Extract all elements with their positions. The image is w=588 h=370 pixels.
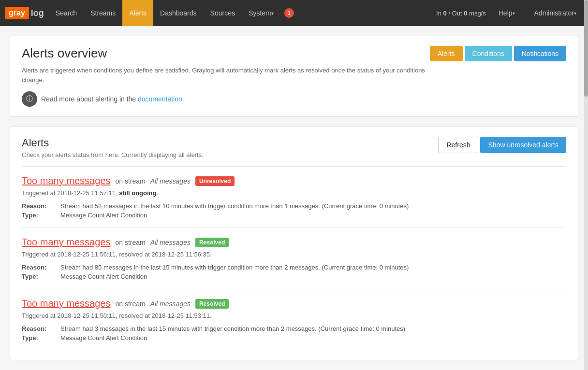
main-content: Alerts overview Alerts are triggered whe… (0, 26, 588, 370)
alert-3-badge: Resolved (195, 299, 229, 309)
alert-item-1: Too many messages on stream All messages… (22, 166, 566, 228)
msg-out-label: Out (452, 10, 462, 17)
alert-1-reason-row: Reason: Stream had 58 messages in the la… (22, 202, 566, 210)
alert-1-reason-label: Reason: (22, 202, 60, 210)
alert-1-name[interactable]: Too many messages (22, 175, 110, 186)
alert-2-reason-value: Stream had 85 messages in the last 15 mi… (60, 264, 409, 271)
doc-text: Read more about alerting in the document… (41, 95, 184, 103)
nav-dashboards[interactable]: Dashboards (153, 0, 204, 26)
alert-1-stream-name: All messages (150, 177, 191, 185)
show-unresolved-button[interactable]: Show unresolved alerts (480, 137, 566, 153)
alert-3-name[interactable]: Too many messages (22, 298, 110, 309)
alert-1-type-label: Type: (22, 212, 60, 219)
alert-1-type-value: Message Count Alert Condition (60, 212, 147, 219)
alert-item-1-header: Too many messages on stream All messages… (22, 175, 566, 186)
documentation-link[interactable]: documentation (138, 95, 182, 103)
alert-item-3: Too many messages on stream All messages… (22, 289, 566, 350)
brand[interactable]: gray log (5, 7, 44, 19)
msg-rate: In 0 / Out 0 msg/s (436, 10, 486, 17)
alert-2-stream-prefix: on stream (115, 239, 145, 246)
logo-text: log (31, 8, 44, 18)
alerts-header-left: Alerts Check your alerts status from her… (22, 137, 204, 158)
alert-1-timestamp: Triggered at 2018-12-25 11:57:11, still … (22, 189, 566, 197)
alert-1-badge: Unresolved (195, 176, 235, 186)
doc-link-row: ⓘ Read more about alerting in the docume… (22, 91, 430, 107)
alert-3-stream-prefix: on stream (115, 300, 145, 308)
alert-2-badge: Resolved (195, 238, 229, 247)
overview-left: Alerts overview Alerts are triggered whe… (22, 46, 430, 107)
nav-streams[interactable]: Streams (84, 0, 122, 26)
nav-system[interactable]: System (242, 0, 280, 26)
alert-2-details: Reason: Stream had 85 messages in the la… (22, 264, 566, 280)
alerts-actions: Refresh Show unresolved alerts (438, 137, 566, 153)
alert-2-type-label: Type: (22, 273, 60, 280)
alerts-title: Alerts (22, 137, 204, 149)
alert-item-2: Too many messages on stream All messages… (22, 228, 566, 289)
alert-item-3-header: Too many messages on stream All messages… (22, 298, 566, 309)
alert-3-type-label: Type: (22, 334, 60, 342)
alert-1-ongoing: still ongoing (119, 189, 156, 197)
alert-3-reason-row: Reason: Stream had 3 messages in the las… (22, 325, 566, 332)
doc-suffix: . (182, 95, 184, 103)
alert-2-type-row: Type: Message Count Alert Condition (22, 273, 566, 280)
overview-buttons: Alerts Conditions Notifications (430, 46, 566, 61)
refresh-button[interactable]: Refresh (438, 137, 478, 153)
alert-3-stream-name: All messages (150, 300, 191, 308)
alert-1-details: Reason: Stream had 58 messages in the la… (22, 202, 566, 219)
alert-badge: 1 (284, 8, 294, 18)
alert-3-timestamp: Triggered at 2018-12-25 11:50:11, resolv… (22, 312, 566, 319)
alert-2-stream-name: All messages (150, 239, 191, 246)
alert-2-reason-label: Reason: (22, 264, 60, 271)
scrollbar-track[interactable] (584, 0, 588, 370)
alerts-button[interactable]: Alerts (430, 46, 463, 61)
alerts-header: Alerts Check your alerts status from her… (22, 137, 566, 158)
msg-in-val: 0 (443, 10, 447, 17)
nav-right: In 0 / Out 0 msg/s Help Administrator (436, 0, 583, 26)
alerts-subtitle: Check your alerts status from here. Curr… (22, 151, 204, 158)
msg-out-val: 0 (464, 10, 467, 17)
nav-items: Search Streams Alerts Dashboards Sources… (49, 0, 436, 26)
info-icon: ⓘ (22, 91, 37, 107)
nav-help[interactable]: Help (492, 0, 522, 26)
alert-2-reason-row: Reason: Stream had 85 messages in the la… (22, 264, 566, 271)
notifications-button[interactable]: Notifications (514, 46, 566, 61)
scrollbar-thumb[interactable] (584, 0, 588, 97)
alert-item-2-header: Too many messages on stream All messages… (22, 237, 566, 248)
overview-description: Alerts are triggered when conditions you… (22, 66, 430, 85)
nav-alerts[interactable]: Alerts (122, 0, 153, 26)
alert-3-reason-value: Stream had 3 messages in the last 15 min… (60, 325, 405, 332)
msg-in-label: In (436, 10, 441, 17)
alert-1-type-row: Type: Message Count Alert Condition (22, 212, 566, 219)
alert-3-reason-label: Reason: (22, 325, 60, 332)
alert-3-type-value: Message Count Alert Condition (60, 334, 147, 342)
doc-prefix: Read more about alerting in the (41, 95, 136, 103)
alert-2-type-value: Message Count Alert Condition (60, 273, 147, 280)
alert-3-details: Reason: Stream had 3 messages in the las… (22, 325, 566, 342)
nav-admin[interactable]: Administrator (528, 0, 583, 26)
overview-title: Alerts overview (22, 46, 430, 61)
nav-search[interactable]: Search (49, 0, 84, 26)
alert-1-reason-value: Stream had 58 messages in the last 10 mi… (60, 202, 409, 210)
logo-icon: gray (5, 7, 29, 19)
alert-2-name[interactable]: Too many messages (22, 237, 110, 248)
navbar: gray log Search Streams Alerts Dashboard… (0, 0, 588, 26)
msg-unit: msg/s (469, 10, 486, 17)
alert-3-type-row: Type: Message Count Alert Condition (22, 334, 566, 342)
alert-1-stream-prefix: on stream (115, 177, 145, 185)
alert-2-timestamp: Triggered at 2018-12-25 11:56:11, resolv… (22, 251, 566, 258)
alerts-section: Alerts Check your alerts status from her… (10, 127, 578, 360)
conditions-button[interactable]: Conditions (465, 46, 512, 61)
overview-card: Alerts overview Alerts are triggered whe… (10, 36, 578, 117)
nav-sources[interactable]: Sources (204, 0, 242, 26)
